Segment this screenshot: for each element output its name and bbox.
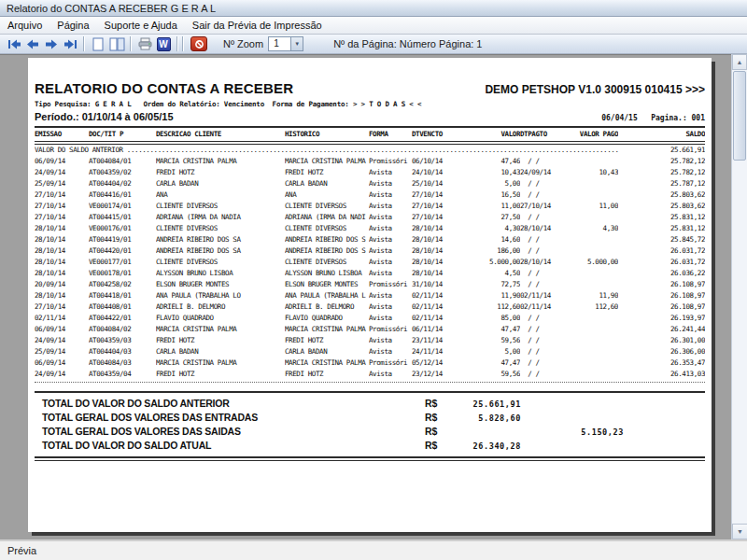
word-icon: W	[157, 37, 171, 51]
table-row: 28/10/14 VE000176/01 CLIENTE DIVERSOS CL…	[35, 223, 705, 234]
column-header: EMISSAO	[35, 128, 89, 141]
table-body: 06/09/14 AT004084/01 MARCIA CRISTINA PAL…	[35, 156, 705, 380]
table-row: 28/10/14 AT004418/01 ANA PAULA (TRABALHA…	[35, 290, 705, 301]
menu-item-sair-da-pr-via-de-impress-o[interactable]: Sair da Prévia de Impressão	[185, 18, 330, 33]
table-row: 28/10/14 VE000178/01 ALYSSON BRUNO LISBO…	[35, 268, 705, 279]
total-row: TOTAL DO VALOR DO SALDO ATUAL R$ 26.340,…	[42, 439, 705, 453]
report-date-page: 06/04/15 Pagina.: 001	[601, 114, 705, 122]
page-number-info: Nº da Página: Número Página: 1	[333, 38, 482, 49]
export-word-button[interactable]: W	[154, 35, 173, 52]
divider	[35, 456, 705, 461]
table-row: 20/09/14 AT004258/02 ELSON BRUGER MONTES…	[35, 279, 705, 290]
table-row: 06/09/14 AT004084/01 MARCIA CRISTINA PAL…	[35, 156, 705, 167]
table-row: 28/10/14 AT004419/01 ANDREIA RIBEIRO DOS…	[35, 234, 705, 245]
column-header: DTVENCTO	[412, 128, 464, 141]
scrollbar-thumb[interactable]	[733, 71, 746, 161]
divider	[35, 382, 705, 383]
toolbar-separator	[130, 36, 132, 51]
opening-balance-value: 25.661,91	[618, 145, 705, 156]
table-row: 24/09/14 AT004359/03 FREDI HOTZ FREDI HO…	[35, 335, 705, 346]
zoom-label: Nº Zoom	[223, 38, 263, 49]
column-header: DESCRICAO CLIENTE	[156, 128, 285, 141]
report-title: RELATORIO DO CONTAS A RECEBER	[35, 80, 293, 96]
table-row: 02/11/14 AT004422/01 FLAVIO QUADRADO FLA…	[35, 313, 705, 324]
previous-page-icon	[26, 39, 39, 49]
opening-balance-row: VALOR DO SALDO ANTERIOR ................…	[35, 145, 705, 156]
status-bar: Prévia	[0, 539, 747, 560]
close-preview-button[interactable]	[188, 35, 210, 52]
table-row: 27/10/14 AT004416/01 ANA ANA Avista 27/1…	[35, 189, 705, 201]
menu-item-p-gina[interactable]: Página	[49, 18, 96, 33]
toolbar: W Nº Zoom 1 ▼ Nº da Página: Número Págin…	[0, 35, 747, 54]
scroll-down-button[interactable]: ▼	[732, 524, 747, 539]
menu-item-arquivo[interactable]: Arquivo	[0, 18, 49, 33]
previous-page-button[interactable]	[23, 35, 42, 52]
toolbar-separator	[176, 36, 178, 51]
table-row: 06/09/14 AT004084/03 MARCIA CRISTINA PAL…	[35, 357, 705, 369]
arrow-down-icon: ▼	[737, 528, 743, 535]
single-page-icon	[92, 37, 104, 51]
preview-area: RELATORIO DO CONTAS A RECEBER DEMO PETSH…	[0, 54, 747, 539]
status-label: Prévia	[7, 545, 36, 556]
totals-section: TOTAL DO VALOR DO SALDO ANTERIOR R$ 25.6…	[35, 393, 705, 456]
next-page-icon	[45, 39, 58, 49]
app-window: Relatorio do CONTAS A RECEBER G E R A L …	[0, 0, 747, 560]
column-header: FORMA	[369, 128, 412, 141]
vertical-scrollbar[interactable]: ▲ ▼	[731, 54, 747, 539]
arrow-up-icon: ▲	[737, 59, 743, 65]
two-page-icon	[109, 37, 125, 51]
last-page-button[interactable]	[61, 35, 79, 52]
title-bar: Relatorio do CONTAS A RECEBER G E R A L	[0, 0, 747, 17]
column-header: DTPAGTO	[520, 128, 571, 141]
toolbar-separator	[83, 36, 85, 51]
two-page-view-button[interactable]	[107, 35, 126, 52]
table-row: 28/10/14 VE000177/01 CLIENTE DIVERSOS CL…	[35, 257, 705, 268]
column-header: VALOR PAGO	[571, 128, 618, 141]
first-page-button[interactable]	[5, 35, 23, 52]
report-period: Período.: 01/10/14 à 06/05/15	[35, 111, 174, 122]
column-header: VALOR	[464, 128, 520, 141]
table-row: 27/10/14 VE000174/01 CLIENTE DIVERSOS CL…	[35, 201, 705, 212]
total-row: TOTAL DO VALOR DO SALDO ANTERIOR R$ 25.6…	[42, 397, 705, 411]
next-page-button[interactable]	[42, 35, 61, 52]
printer-icon	[138, 37, 152, 50]
menu-bar: ArquivoPáginaSuporte e AjudaSair da Prév…	[0, 17, 747, 35]
table-row: 06/09/14 AT004084/02 MARCIA CRISTINA PAL…	[35, 324, 705, 335]
table-row: 24/09/14 AT004359/04 FREDI HOTZ FREDI HO…	[35, 369, 705, 380]
table-row: 25/09/14 AT004404/03 CARLA BADAN CARLA B…	[35, 346, 705, 357]
zoom-control: Nº Zoom 1 ▼	[223, 36, 303, 51]
print-button[interactable]	[135, 35, 154, 52]
last-page-icon	[63, 39, 78, 49]
single-page-view-button[interactable]	[89, 35, 107, 52]
column-header: HISTORICO	[285, 128, 369, 141]
total-row: TOTAL GERAL DOS VALORES DAS ENTRADAS R$ …	[42, 411, 705, 425]
scroll-up-button[interactable]: ▲	[732, 54, 747, 70]
table-row: 24/09/14 AT004359/02 FREDI HOTZ FREDI HO…	[35, 167, 705, 178]
menu-item-suporte-e-ajuda[interactable]: Suporte e Ajuda	[97, 18, 185, 33]
column-header: SALDO	[618, 128, 705, 141]
table-row: 25/09/14 AT004404/02 CARLA BADAN CARLA B…	[35, 178, 705, 189]
table-row: 27/10/14 AT004415/01 ADRIANA (IRMA DA NA…	[35, 212, 705, 223]
zoom-dropdown[interactable]: 1 ▼	[268, 36, 303, 51]
table-header: EMISSAODOC/TIT PDESCRICAO CLIENTEHISTORI…	[35, 128, 705, 141]
window-title: Relatorio do CONTAS A RECEBER G E R A L	[7, 3, 216, 14]
table-row: 28/10/14 AT004420/01 ANDREIA RIBEIRO DOS…	[35, 245, 705, 257]
column-header: DOC/TIT P	[89, 128, 156, 141]
report-demo-header: DEMO PETSHOP V1.0 300915 010415 >>>	[485, 83, 705, 96]
report-filter-line: Tipo Pesquisa: G E R A L Ordem do Relató…	[35, 100, 705, 108]
report-page: RELATORIO DO CONTAS A RECEBER DEMO PETSH…	[28, 58, 712, 532]
chevron-down-icon[interactable]: ▼	[290, 37, 303, 50]
opening-balance-label: VALOR DO SALDO ANTERIOR	[35, 145, 127, 156]
table-row: 27/10/14 AT004408/01 ADRIELI B. DELMORO …	[35, 301, 705, 313]
total-row: TOTAL GERAL DOS VALORES DAS SAIDAS R$ 5.…	[42, 425, 705, 439]
exit-icon	[190, 36, 207, 51]
zoom-value: 1	[269, 37, 290, 50]
toolbar-separator	[182, 36, 184, 51]
dot-leader: ........................................…	[127, 145, 618, 156]
first-page-icon	[7, 39, 21, 49]
